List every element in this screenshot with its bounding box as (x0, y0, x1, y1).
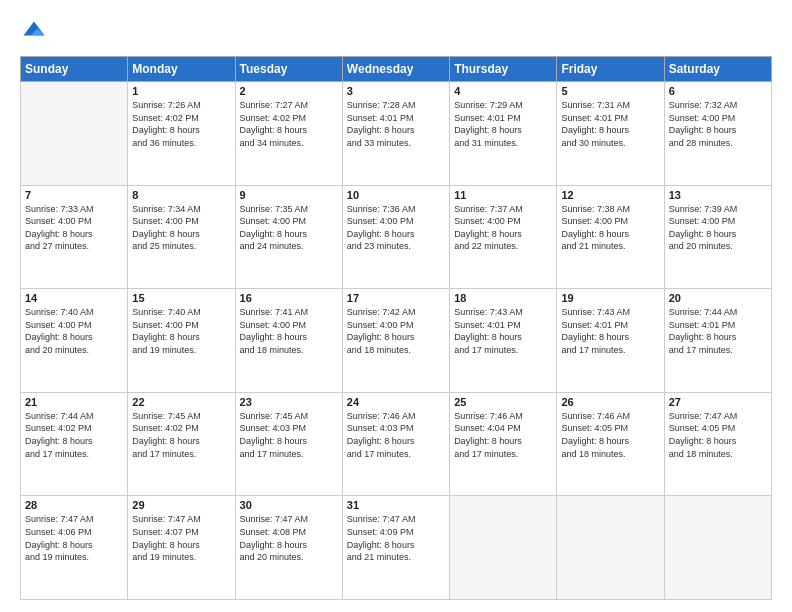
day-info: Sunrise: 7:31 AM Sunset: 4:01 PM Dayligh… (561, 99, 659, 149)
calendar-cell: 11Sunrise: 7:37 AM Sunset: 4:00 PM Dayli… (450, 185, 557, 289)
day-info: Sunrise: 7:47 AM Sunset: 4:05 PM Dayligh… (669, 410, 767, 460)
weekday-header-sunday: Sunday (21, 57, 128, 82)
day-number: 28 (25, 499, 123, 511)
calendar-cell: 8Sunrise: 7:34 AM Sunset: 4:00 PM Daylig… (128, 185, 235, 289)
day-number: 26 (561, 396, 659, 408)
calendar-cell: 19Sunrise: 7:43 AM Sunset: 4:01 PM Dayli… (557, 289, 664, 393)
calendar-cell: 25Sunrise: 7:46 AM Sunset: 4:04 PM Dayli… (450, 392, 557, 496)
calendar-cell: 24Sunrise: 7:46 AM Sunset: 4:03 PM Dayli… (342, 392, 449, 496)
calendar-cell: 20Sunrise: 7:44 AM Sunset: 4:01 PM Dayli… (664, 289, 771, 393)
calendar-cell: 16Sunrise: 7:41 AM Sunset: 4:00 PM Dayli… (235, 289, 342, 393)
day-info: Sunrise: 7:47 AM Sunset: 4:09 PM Dayligh… (347, 513, 445, 563)
day-number: 31 (347, 499, 445, 511)
calendar-cell: 10Sunrise: 7:36 AM Sunset: 4:00 PM Dayli… (342, 185, 449, 289)
calendar-cell: 31Sunrise: 7:47 AM Sunset: 4:09 PM Dayli… (342, 496, 449, 600)
day-number: 11 (454, 189, 552, 201)
day-info: Sunrise: 7:33 AM Sunset: 4:00 PM Dayligh… (25, 203, 123, 253)
day-number: 25 (454, 396, 552, 408)
day-info: Sunrise: 7:42 AM Sunset: 4:00 PM Dayligh… (347, 306, 445, 356)
day-number: 30 (240, 499, 338, 511)
weekday-header-wednesday: Wednesday (342, 57, 449, 82)
day-info: Sunrise: 7:28 AM Sunset: 4:01 PM Dayligh… (347, 99, 445, 149)
weekday-header-row: SundayMondayTuesdayWednesdayThursdayFrid… (21, 57, 772, 82)
day-number: 6 (669, 85, 767, 97)
day-info: Sunrise: 7:46 AM Sunset: 4:04 PM Dayligh… (454, 410, 552, 460)
header (20, 18, 772, 46)
day-number: 29 (132, 499, 230, 511)
day-info: Sunrise: 7:45 AM Sunset: 4:02 PM Dayligh… (132, 410, 230, 460)
calendar-cell: 23Sunrise: 7:45 AM Sunset: 4:03 PM Dayli… (235, 392, 342, 496)
calendar-table: SundayMondayTuesdayWednesdayThursdayFrid… (20, 56, 772, 600)
day-number: 19 (561, 292, 659, 304)
day-info: Sunrise: 7:34 AM Sunset: 4:00 PM Dayligh… (132, 203, 230, 253)
calendar-cell: 22Sunrise: 7:45 AM Sunset: 4:02 PM Dayli… (128, 392, 235, 496)
day-number: 14 (25, 292, 123, 304)
calendar-cell: 15Sunrise: 7:40 AM Sunset: 4:00 PM Dayli… (128, 289, 235, 393)
day-number: 9 (240, 189, 338, 201)
week-row-4: 21Sunrise: 7:44 AM Sunset: 4:02 PM Dayli… (21, 392, 772, 496)
day-info: Sunrise: 7:41 AM Sunset: 4:00 PM Dayligh… (240, 306, 338, 356)
day-info: Sunrise: 7:44 AM Sunset: 4:02 PM Dayligh… (25, 410, 123, 460)
calendar-cell: 1Sunrise: 7:26 AM Sunset: 4:02 PM Daylig… (128, 82, 235, 186)
day-info: Sunrise: 7:45 AM Sunset: 4:03 PM Dayligh… (240, 410, 338, 460)
day-info: Sunrise: 7:29 AM Sunset: 4:01 PM Dayligh… (454, 99, 552, 149)
week-row-2: 7Sunrise: 7:33 AM Sunset: 4:00 PM Daylig… (21, 185, 772, 289)
page: SundayMondayTuesdayWednesdayThursdayFrid… (0, 0, 792, 612)
calendar-cell: 9Sunrise: 7:35 AM Sunset: 4:00 PM Daylig… (235, 185, 342, 289)
calendar-cell (450, 496, 557, 600)
day-number: 13 (669, 189, 767, 201)
logo (20, 18, 52, 46)
calendar-cell: 17Sunrise: 7:42 AM Sunset: 4:00 PM Dayli… (342, 289, 449, 393)
calendar-cell: 21Sunrise: 7:44 AM Sunset: 4:02 PM Dayli… (21, 392, 128, 496)
day-number: 4 (454, 85, 552, 97)
calendar-cell: 7Sunrise: 7:33 AM Sunset: 4:00 PM Daylig… (21, 185, 128, 289)
day-number: 16 (240, 292, 338, 304)
day-info: Sunrise: 7:37 AM Sunset: 4:00 PM Dayligh… (454, 203, 552, 253)
day-number: 17 (347, 292, 445, 304)
day-number: 2 (240, 85, 338, 97)
day-number: 15 (132, 292, 230, 304)
day-number: 24 (347, 396, 445, 408)
day-number: 20 (669, 292, 767, 304)
day-info: Sunrise: 7:32 AM Sunset: 4:00 PM Dayligh… (669, 99, 767, 149)
day-info: Sunrise: 7:27 AM Sunset: 4:02 PM Dayligh… (240, 99, 338, 149)
day-info: Sunrise: 7:35 AM Sunset: 4:00 PM Dayligh… (240, 203, 338, 253)
calendar-cell: 27Sunrise: 7:47 AM Sunset: 4:05 PM Dayli… (664, 392, 771, 496)
day-info: Sunrise: 7:40 AM Sunset: 4:00 PM Dayligh… (132, 306, 230, 356)
calendar-cell: 3Sunrise: 7:28 AM Sunset: 4:01 PM Daylig… (342, 82, 449, 186)
calendar-cell: 4Sunrise: 7:29 AM Sunset: 4:01 PM Daylig… (450, 82, 557, 186)
calendar-cell: 12Sunrise: 7:38 AM Sunset: 4:00 PM Dayli… (557, 185, 664, 289)
day-number: 18 (454, 292, 552, 304)
day-info: Sunrise: 7:38 AM Sunset: 4:00 PM Dayligh… (561, 203, 659, 253)
day-info: Sunrise: 7:46 AM Sunset: 4:05 PM Dayligh… (561, 410, 659, 460)
day-info: Sunrise: 7:46 AM Sunset: 4:03 PM Dayligh… (347, 410, 445, 460)
day-info: Sunrise: 7:43 AM Sunset: 4:01 PM Dayligh… (561, 306, 659, 356)
day-info: Sunrise: 7:43 AM Sunset: 4:01 PM Dayligh… (454, 306, 552, 356)
calendar-cell (664, 496, 771, 600)
day-info: Sunrise: 7:47 AM Sunset: 4:07 PM Dayligh… (132, 513, 230, 563)
day-info: Sunrise: 7:26 AM Sunset: 4:02 PM Dayligh… (132, 99, 230, 149)
calendar-cell: 29Sunrise: 7:47 AM Sunset: 4:07 PM Dayli… (128, 496, 235, 600)
day-number: 1 (132, 85, 230, 97)
calendar-cell (21, 82, 128, 186)
day-number: 22 (132, 396, 230, 408)
week-row-1: 1Sunrise: 7:26 AM Sunset: 4:02 PM Daylig… (21, 82, 772, 186)
calendar-cell: 2Sunrise: 7:27 AM Sunset: 4:02 PM Daylig… (235, 82, 342, 186)
weekday-header-thursday: Thursday (450, 57, 557, 82)
day-info: Sunrise: 7:39 AM Sunset: 4:00 PM Dayligh… (669, 203, 767, 253)
calendar-cell: 13Sunrise: 7:39 AM Sunset: 4:00 PM Dayli… (664, 185, 771, 289)
calendar-cell: 18Sunrise: 7:43 AM Sunset: 4:01 PM Dayli… (450, 289, 557, 393)
day-number: 10 (347, 189, 445, 201)
weekday-header-monday: Monday (128, 57, 235, 82)
logo-icon (20, 18, 48, 46)
day-info: Sunrise: 7:47 AM Sunset: 4:06 PM Dayligh… (25, 513, 123, 563)
day-info: Sunrise: 7:44 AM Sunset: 4:01 PM Dayligh… (669, 306, 767, 356)
weekday-header-tuesday: Tuesday (235, 57, 342, 82)
calendar-cell: 30Sunrise: 7:47 AM Sunset: 4:08 PM Dayli… (235, 496, 342, 600)
week-row-3: 14Sunrise: 7:40 AM Sunset: 4:00 PM Dayli… (21, 289, 772, 393)
day-number: 21 (25, 396, 123, 408)
week-row-5: 28Sunrise: 7:47 AM Sunset: 4:06 PM Dayli… (21, 496, 772, 600)
day-number: 23 (240, 396, 338, 408)
day-number: 5 (561, 85, 659, 97)
day-info: Sunrise: 7:36 AM Sunset: 4:00 PM Dayligh… (347, 203, 445, 253)
